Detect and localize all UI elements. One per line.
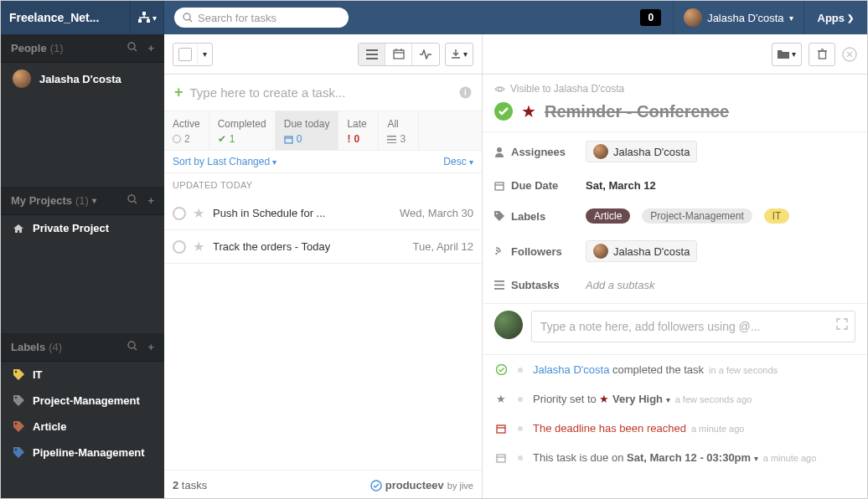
add-subtask[interactable]: Add a subtask (586, 279, 654, 291)
sidebar-project[interactable]: Private Project (1, 215, 164, 241)
task-row[interactable]: ★ Push in Schedule for ... Wed, March 30 (164, 197, 482, 230)
label-article[interactable]: Article (1, 414, 164, 440)
star-icon[interactable]: ★ (193, 239, 204, 255)
group-header: UPDATED TODAY (164, 173, 482, 197)
calendar-icon (494, 424, 508, 434)
search-icon[interactable] (127, 194, 137, 207)
svg-rect-17 (366, 58, 378, 59)
svg-point-35 (497, 147, 502, 152)
task-row[interactable]: ★ Track the orders - Today Tue, April 12 (164, 230, 482, 264)
avatar (13, 69, 31, 88)
tag-pm[interactable]: Project-Management (642, 208, 752, 224)
svg-point-7 (128, 195, 135, 202)
svg-point-12 (14, 397, 16, 399)
star-icon: ★ (494, 393, 508, 405)
svg-rect-27 (387, 139, 396, 141)
task-title[interactable]: Reminder - Conference (545, 102, 729, 121)
activity-item: The deadline has been reacheda minute ag… (483, 414, 867, 443)
export-button[interactable]: ▾ (445, 43, 473, 66)
filter-due[interactable]: Due today0 (276, 111, 339, 150)
svg-point-3 (183, 13, 190, 20)
svg-rect-44 (497, 425, 505, 433)
search-icon[interactable] (127, 42, 137, 54)
svg-point-11 (14, 371, 16, 373)
new-task-input[interactable]: + Type here to create a task... i (164, 75, 482, 111)
tag-icon (13, 447, 24, 458)
info-icon[interactable]: i (459, 86, 472, 99)
svg-text:i: i (464, 88, 467, 97)
view-switcher[interactable] (358, 43, 440, 66)
plus-icon: + (174, 84, 183, 101)
sidebar-person[interactable]: Jalasha D'costa (1, 63, 164, 95)
filter-late[interactable]: Late!0 (338, 111, 379, 150)
svg-line-10 (134, 347, 137, 350)
search-icon[interactable] (127, 341, 137, 353)
complete-toggle[interactable] (173, 207, 186, 220)
sort-menu[interactable]: Sort by Last Changed ▾ (173, 156, 276, 167)
filter-active[interactable]: Active2 (164, 111, 209, 150)
assignee-chip[interactable]: Jalasha D'costa (586, 141, 697, 162)
star-icon[interactable]: ★ (193, 205, 204, 221)
search-input[interactable]: Search for tasks (174, 8, 349, 28)
projects-header: My Projects(1)▾ + (1, 187, 164, 215)
svg-rect-40 (494, 280, 504, 282)
svg-point-14 (14, 449, 16, 450)
follower-chip[interactable]: Jalasha D'costa (586, 240, 697, 262)
tag-icon (13, 395, 24, 406)
tag-icon (13, 421, 24, 432)
svg-rect-18 (394, 50, 404, 59)
svg-rect-26 (387, 136, 396, 137)
label-pipeline[interactable]: Pipeline-Management (1, 440, 164, 466)
filter-completed[interactable]: Completed✔1 (209, 111, 276, 150)
calendar-view-icon[interactable] (385, 44, 412, 65)
complete-toggle[interactable] (173, 240, 186, 254)
svg-rect-0 (142, 12, 146, 15)
activity-view-icon[interactable] (412, 44, 439, 65)
label-it[interactable]: IT (1, 362, 164, 388)
filter-all[interactable]: All3 (379, 111, 419, 150)
svg-rect-1 (138, 19, 142, 23)
close-icon[interactable] (842, 47, 857, 62)
note-input[interactable]: Type a note here, add followers using @.… (531, 311, 855, 342)
add-icon[interactable]: + (147, 42, 154, 54)
svg-line-8 (134, 201, 137, 203)
due-date-value[interactable]: Sat, March 12 (586, 179, 656, 192)
svg-point-13 (14, 423, 16, 424)
order-menu[interactable]: Desc ▾ (443, 156, 473, 167)
svg-point-38 (496, 213, 498, 214)
add-icon[interactable]: + (147, 341, 154, 353)
list-view-icon[interactable] (359, 44, 385, 65)
labels-header: Labels(4) + (1, 333, 164, 362)
apps-menu[interactable]: Apps ❯ (803, 1, 868, 34)
svg-rect-36 (495, 183, 504, 190)
notification-count[interactable]: 0 (640, 9, 661, 26)
brand-logo: producteevby jive (370, 479, 473, 491)
user-menu[interactable]: Jalasha D'costa▾ (673, 1, 803, 34)
calendar-icon (494, 453, 508, 463)
visibility-label: Visible to Jalasha D'costa (483, 75, 867, 98)
tag-article[interactable]: Article (586, 208, 630, 224)
svg-line-6 (134, 49, 137, 51)
tag-it[interactable]: IT (764, 208, 790, 224)
svg-rect-28 (387, 142, 396, 143)
add-icon[interactable]: + (147, 194, 154, 207)
select-all[interactable]: ▾ (173, 43, 213, 66)
svg-point-9 (128, 342, 135, 348)
search-placeholder: Search for tasks (198, 12, 276, 24)
activity-item: This task is due on Sat, March 12 - 03:3… (483, 443, 867, 472)
folder-button[interactable]: ▾ (772, 43, 802, 66)
delete-button[interactable] (809, 43, 835, 66)
label-pm[interactable]: Project-Management (1, 388, 164, 414)
home-icon (13, 223, 24, 234)
done-badge[interactable] (494, 102, 513, 121)
avatar (684, 8, 702, 27)
network-tree-icon[interactable]: ▾ (131, 1, 164, 34)
svg-rect-30 (819, 51, 825, 59)
tag-icon (13, 369, 24, 380)
svg-rect-2 (147, 19, 150, 23)
svg-rect-24 (285, 136, 292, 143)
svg-line-4 (189, 19, 192, 22)
expand-icon[interactable] (836, 318, 848, 330)
network-switcher[interactable]: Freelance_Net... (1, 1, 131, 34)
priority-star-icon[interactable]: ★ (521, 101, 536, 121)
